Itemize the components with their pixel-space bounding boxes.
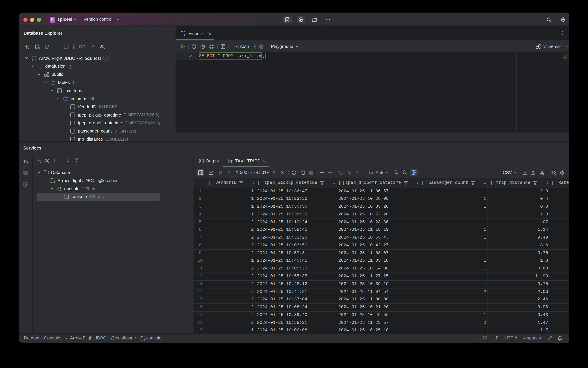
svg-text:Tx: Tx	[23, 159, 28, 164]
